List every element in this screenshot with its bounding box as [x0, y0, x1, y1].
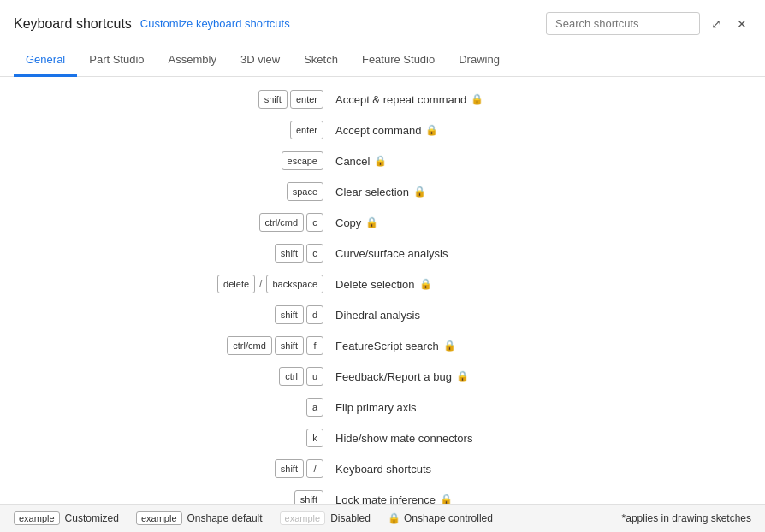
lock-icon: 🔒 — [456, 370, 469, 382]
table-row: ctrl/cmd shift f FeatureScript search 🔒 — [0, 330, 765, 361]
table-row: shift enter Accept & repeat command 🔒 — [0, 84, 765, 115]
keys-area: enter — [0, 121, 334, 139]
table-row: enter Accept command 🔒 — [0, 115, 765, 145]
lock-icon: 🔒 — [425, 124, 438, 136]
shortcut-label: FeatureScript search 🔒 — [334, 340, 744, 352]
tab-feature-studio[interactable]: Feature Studio — [350, 44, 447, 77]
key-space: space — [287, 182, 323, 201]
header: Keyboard shortcuts Customize keyboard sh… — [0, 0, 765, 44]
tab-sketch[interactable]: Sketch — [292, 44, 350, 77]
header-icons: ⤢ ✕ — [707, 15, 751, 33]
legend-customized-desc: Customized — [65, 512, 119, 524]
keys-area: shift d — [0, 305, 334, 324]
shortcut-label: Hide/show mate connectors — [334, 432, 744, 445]
tab-drawing[interactable]: Drawing — [447, 44, 512, 77]
search-input[interactable] — [546, 12, 700, 35]
shortcut-label: Delete selection 🔒 — [334, 278, 744, 291]
content-area: shift enter Accept & repeat command 🔒 en… — [0, 77, 765, 504]
tab-3d-view[interactable]: 3D view — [228, 44, 292, 77]
keys-area: escape — [0, 151, 334, 170]
lock-icon: 🔒 — [443, 340, 456, 352]
legend-onshape-default-desc: Onshape default — [187, 512, 263, 524]
legend-disabled: example Disabled — [280, 511, 371, 525]
key-shift: shift — [275, 244, 304, 263]
shortcut-label: Dihedral analysis — [334, 309, 744, 322]
close-icon[interactable]: ✕ — [732, 15, 751, 33]
shortcut-label: Curve/surface analysis — [334, 247, 744, 260]
tab-general[interactable]: General — [14, 44, 77, 77]
keys-area: delete / backspace — [0, 275, 334, 293]
lock-icon: 🔒 — [471, 93, 483, 105]
keys-area: shift enter — [0, 90, 334, 109]
legend-customized: example Customized — [14, 511, 119, 525]
key-ctrl: ctrl — [279, 367, 304, 386]
table-row: ctrl/cmd c Copy 🔒 — [0, 207, 765, 238]
shortcut-label: Accept command 🔒 — [334, 124, 744, 137]
lock-icon: 🔒 — [413, 186, 426, 198]
tab-assembly[interactable]: Assembly — [157, 44, 228, 77]
lock-icon: 🔒 — [419, 278, 432, 290]
legend-key-onshape-default: example — [136, 511, 182, 525]
key-backspace: backspace — [266, 275, 323, 293]
key-c: c — [306, 244, 323, 263]
key-shift: shift — [258, 90, 288, 109]
key-d: d — [306, 305, 323, 324]
keys-area: ctrl/cmd c — [0, 213, 334, 232]
applies-note: *applies in drawing sketches — [622, 512, 751, 524]
table-row: delete / backspace Delete selection 🔒 — [0, 269, 765, 299]
shortcut-label: Feedback/Report a bug 🔒 — [334, 370, 744, 383]
key-enter: enter — [290, 90, 323, 109]
shortcut-label: Cancel 🔒 — [334, 155, 744, 168]
keys-area: shift c — [0, 244, 334, 263]
legend-disabled-desc: Disabled — [330, 512, 371, 524]
legend-onshape-controlled-desc: Onshape controlled — [404, 512, 493, 524]
key-shift: shift — [294, 490, 323, 504]
shortcut-label: Lock mate inference 🔒 — [334, 494, 744, 505]
legend-onshape-controlled: 🔒 Onshape controlled — [388, 512, 493, 524]
tab-part-studio[interactable]: Part Studio — [77, 44, 156, 77]
keys-area: a — [0, 398, 334, 417]
key-shift: shift — [275, 305, 304, 324]
table-row: escape Cancel 🔒 — [0, 145, 765, 176]
shortcut-label: Keyboard shortcuts — [334, 463, 744, 476]
key-shift: shift — [275, 336, 304, 355]
shortcut-label: Copy 🔒 — [334, 216, 744, 229]
keys-area: space — [0, 182, 334, 201]
legend-key-disabled: example — [280, 511, 326, 525]
key-enter: enter — [290, 121, 323, 139]
lock-icon: 🔒 — [440, 494, 453, 504]
table-row: shift c Curve/surface analysis — [0, 238, 765, 269]
key-f: f — [306, 336, 323, 355]
shortcut-label: Flip primary axis — [334, 401, 744, 414]
keys-area: ctrl/cmd shift f — [0, 336, 334, 355]
expand-icon[interactable]: ⤢ — [707, 15, 726, 33]
table-row: k Hide/show mate connectors — [0, 423, 765, 453]
key-shift: shift — [275, 459, 304, 478]
key-c: c — [306, 213, 323, 232]
table-row: space Clear selection 🔒 — [0, 176, 765, 207]
table-row: a Flip primary axis — [0, 392, 765, 423]
lock-icon: 🔒 — [374, 155, 387, 167]
key-separator: / — [258, 278, 264, 290]
keys-area: ctrl u — [0, 367, 334, 386]
table-row: shift Lock mate inference 🔒 — [0, 484, 765, 504]
keys-area: k — [0, 429, 334, 447]
table-row: shift / Keyboard shortcuts — [0, 453, 765, 484]
key-escape: escape — [282, 151, 323, 170]
legend-onshape-default: example Onshape default — [136, 511, 263, 525]
shortcuts-list: shift enter Accept & repeat command 🔒 en… — [0, 77, 765, 504]
table-row: shift d Dihedral analysis — [0, 299, 765, 330]
keys-area: shift / — [0, 459, 334, 478]
shortcut-label: Accept & repeat command 🔒 — [334, 93, 744, 106]
footer-legend: example Customized example Onshape defau… — [0, 504, 765, 532]
table-row: ctrl u Feedback/Report a bug 🔒 — [0, 361, 765, 392]
key-a: a — [306, 398, 323, 417]
key-ctrl-cmd: ctrl/cmd — [259, 213, 305, 232]
key-k: k — [306, 429, 323, 447]
keys-area: shift — [0, 490, 334, 504]
customize-link[interactable]: Customize keyboard shortcuts — [140, 17, 290, 30]
key-ctrl-cmd: ctrl/cmd — [227, 336, 272, 355]
lock-icon: 🔒 — [388, 512, 400, 524]
key-u: u — [306, 367, 323, 386]
legend-key-customized: example — [14, 511, 60, 525]
